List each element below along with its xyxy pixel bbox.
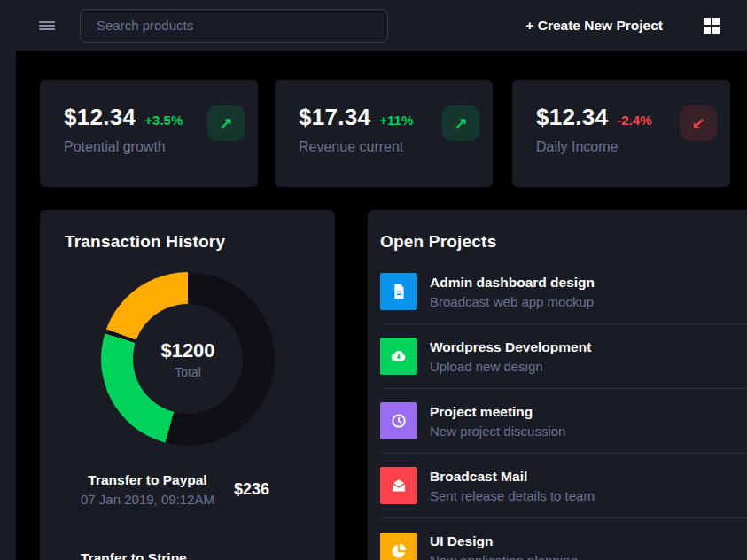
clock-icon [380, 402, 417, 439]
project-subtitle: Sent release details to team [430, 488, 595, 503]
donut-chart: $1200 Total [101, 272, 275, 446]
project-list-item[interactable]: Wordpress Development Upload new design [380, 324, 747, 389]
project-list-item[interactable]: Project meeting New project discussion [380, 389, 747, 454]
transaction-meta: Transfer to Paypal 07 Jan 2019, 09:12AM [81, 472, 214, 507]
transaction-row[interactable]: Transfer to Paypal 07 Jan 2019, 09:12AM … [40, 472, 335, 507]
project-subtitle: Broadcast web app mockup [430, 294, 595, 309]
stat-card-revenue-current: $17.34 +11% Revenue current [275, 80, 493, 187]
dashboard-frame: + Create New Project $12.34 +3.5% Potent… [0, 0, 747, 560]
stat-value: $17.34 [299, 104, 370, 131]
donut-center: $1200 Total [133, 304, 243, 414]
transaction-date: 07 Jan 2019, 09:12AM [81, 492, 214, 507]
cloud-download-icon [380, 338, 417, 375]
project-list-item[interactable]: Admin dashboard design Broadcast web app… [380, 260, 747, 324]
donut-total-label: Total [175, 365, 201, 379]
pie-chart-icon [380, 533, 417, 560]
project-subtitle: New project discussion [430, 424, 565, 439]
main-content: $12.34 +3.5% Potential growth $17.34 +11… [16, 51, 747, 560]
donut-total-value: $1200 [160, 339, 214, 362]
trend-down-arrow-icon [680, 105, 717, 141]
project-list-item[interactable]: Broadcast Mail Sent release details to t… [380, 454, 747, 518]
search-input[interactable] [80, 9, 388, 43]
transaction-name: Transfer to Paypal [81, 472, 214, 488]
project-title: Admin dashboard design [430, 275, 595, 291]
project-subtitle: Upload new design [430, 359, 591, 374]
project-text: Wordpress Development Upload new design [430, 339, 591, 374]
transaction-name: Tranfer to Stripe [81, 550, 187, 560]
project-title: Broadcast Mail [430, 469, 595, 485]
transaction-row[interactable]: Tranfer to Stripe [40, 550, 335, 560]
stat-delta: +3.5% [144, 113, 183, 128]
stat-label: Revenue current [299, 139, 493, 155]
transaction-amount: $236 [234, 480, 269, 499]
hamburger-menu-icon[interactable] [39, 19, 55, 32]
project-text: Project meeting New project discussion [430, 404, 565, 439]
file-document-icon [380, 273, 417, 310]
stat-value: $12.34 [536, 104, 608, 131]
project-title: Wordpress Development [430, 339, 591, 355]
card-title: Open Projects [380, 232, 496, 252]
grid-apps-icon[interactable] [704, 18, 720, 34]
trend-up-arrow-icon [207, 105, 245, 141]
transaction-meta: Tranfer to Stripe [81, 550, 187, 560]
project-title: UI Design [430, 533, 578, 549]
open-projects-card: Open Projects Admin dashboard design Bro [368, 210, 747, 560]
open-projects-list: Admin dashboard design Broadcast web app… [368, 260, 747, 560]
card-title: Transaction History [65, 232, 225, 252]
project-subtitle: New application planning [430, 553, 578, 560]
stat-delta: +11% [379, 113, 413, 128]
stat-card-potential-growth: $12.34 +3.5% Potential growth [40, 80, 258, 187]
project-text: Broadcast Mail Sent release details to t… [430, 469, 595, 503]
mail-open-icon [380, 467, 417, 504]
stat-label: Potential growth [64, 139, 258, 155]
project-text: Admin dashboard design Broadcast web app… [430, 275, 595, 309]
trend-up-arrow-icon [442, 105, 479, 141]
stat-label: Daily Income [536, 139, 730, 155]
create-new-project-button[interactable]: + Create New Project [525, 18, 663, 34]
transaction-history-card: Transaction History $1200 Total Transfer… [40, 210, 335, 560]
stat-card-daily-income: $12.34 -2.4% Daily Income [512, 80, 730, 187]
topbar: + Create New Project [0, 0, 747, 51]
stat-value: $12.34 [64, 104, 136, 131]
project-list-item[interactable]: UI Design New application planning [380, 518, 747, 560]
stat-delta: -2.4% [617, 113, 651, 128]
project-text: UI Design New application planning [430, 533, 578, 560]
project-title: Project meeting [430, 404, 565, 420]
